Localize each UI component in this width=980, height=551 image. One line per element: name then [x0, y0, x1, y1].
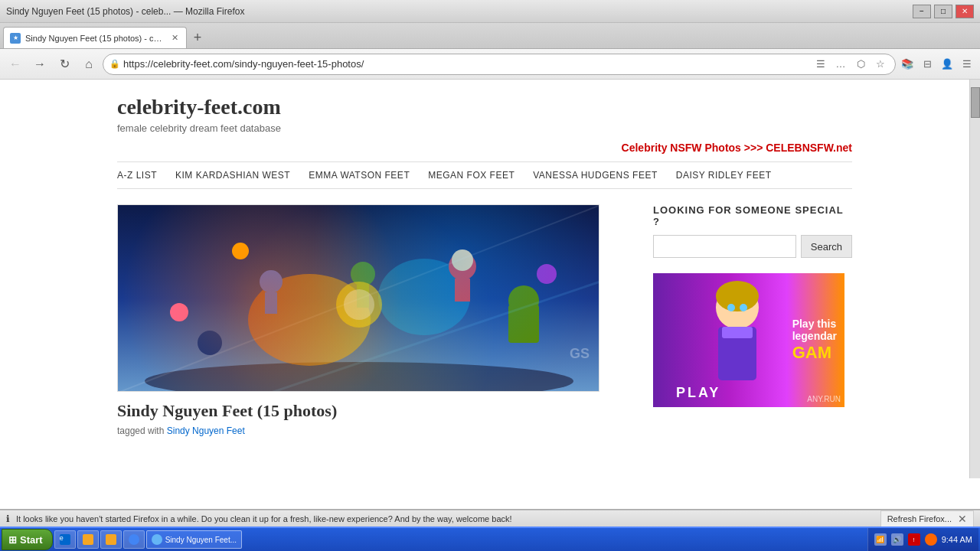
title-bar: Sindy Nguyen Feet (15 photos) - celeb...…: [0, 0, 980, 23]
site-wrapper: celebrity-feet.com female celebrity drea…: [102, 80, 867, 436]
search-input[interactable]: [653, 235, 796, 258]
tagged-label: tagged with: [117, 425, 164, 436]
window-controls: − □ ✕: [913, 5, 974, 18]
home-button[interactable]: ⌂: [78, 54, 100, 75]
sidebar: LOOKING FOR SOMEONE SPECIAL ? Search: [653, 204, 852, 436]
folder-icon: [83, 534, 93, 545]
info-icon: ℹ: [6, 514, 10, 524]
page-scroll: celebrity-feet.com female celebrity drea…: [0, 80, 980, 509]
forward-button[interactable]: →: [29, 54, 51, 75]
svg-point-25: [727, 304, 735, 311]
nav-item-emma[interactable]: EMMA WATSON FEET: [309, 170, 410, 181]
post-meta: tagged with Sindy Nguyen Feet: [117, 425, 638, 436]
status-bar: ℹ It looks like you haven't started Fire…: [0, 510, 980, 527]
ad-banner: Celebrity NSFW Photos >>> CELEBNSFW.net: [117, 142, 852, 154]
refresh-button[interactable]: ↻: [54, 54, 75, 75]
bottom-bar: ℹ It looks like you haven't started Fire…: [0, 509, 980, 527]
taskbar-firefox-button[interactable]: Sindy Nguyen Feet...: [146, 530, 242, 549]
profile-icon[interactable]: 👤: [939, 56, 956, 73]
taskbar-folder2-button[interactable]: [100, 530, 122, 549]
ad-text: Play this legendar GAM: [792, 318, 837, 364]
widget-title: LOOKING FOR SOMEONE SPECIAL ?: [653, 204, 852, 227]
nav-item-az[interactable]: A-Z LIST: [117, 170, 157, 181]
window-title: Sindy Nguyen Feet (15 photos) - celeb...…: [6, 6, 244, 17]
system-clock: 9:44 AM: [942, 535, 972, 544]
tab-title: Sindy Nguyen Feet (15 photos) - celeb...: [25, 34, 165, 43]
tray-antivirus-icon: !: [908, 533, 920, 546]
main-content: GS Sindy Nguyen Feet (15 photos) tagged …: [117, 204, 638, 436]
nav-item-daisy[interactable]: DAISY RIDLEY FEET: [676, 170, 772, 181]
svg-rect-27: [722, 327, 753, 338]
svg-point-26: [740, 304, 747, 311]
minimize-button[interactable]: −: [913, 5, 931, 18]
address-actions: ☰ … ⬡ ☆: [812, 56, 889, 73]
post-image: GS: [117, 204, 599, 392]
status-message: It looks like you haven't started Firefo…: [16, 514, 874, 523]
menu-icon[interactable]: ☰: [959, 56, 975, 73]
taskbar-chrome-button[interactable]: [123, 530, 145, 549]
system-tray: 📶 🔊 ! 9:44 AM: [867, 528, 978, 551]
nav-item-kim[interactable]: KIM KARDASHIAN WEST: [175, 170, 290, 181]
folder2-icon: [106, 534, 116, 545]
game-art-overlay: [118, 205, 599, 391]
back-button[interactable]: ←: [5, 54, 26, 75]
svg-point-24: [716, 281, 759, 311]
site-title: celebrity-feet.com: [117, 95, 852, 119]
toolbar-right: 📚 ⊟ 👤 ☰: [899, 56, 975, 73]
tab-close-button[interactable]: ✕: [169, 33, 180, 44]
refresh-close-icon[interactable]: ✕: [958, 513, 967, 525]
taskbar-folder-button[interactable]: [77, 530, 99, 549]
content-area: celebrity-feet.com female celebrity drea…: [0, 80, 980, 509]
tray-volume-icon: 🔊: [891, 533, 903, 546]
pocket-icon[interactable]: ⬡: [852, 56, 869, 73]
site-subtitle: female celebrity dream feet database: [117, 122, 852, 134]
scrollbar-thumb[interactable]: [971, 87, 980, 118]
toolbar: ← → ↻ ⌂ 🔒 ☰ … ⬡ ☆ 📚 ⊟ 👤 ☰: [0, 49, 980, 80]
ad-play-text: PLAY: [676, 385, 720, 401]
taskbar-ie-button[interactable]: e: [54, 530, 76, 549]
tray-network-icon: 📶: [874, 533, 887, 546]
search-box: Search: [653, 235, 852, 258]
site-header: celebrity-feet.com female celebrity drea…: [117, 95, 852, 134]
game-art: GS: [118, 205, 599, 391]
nav-item-vanessa[interactable]: VANESSA HUDGENS FEET: [533, 170, 657, 181]
address-input[interactable]: [123, 58, 809, 70]
firefox-icon: [152, 534, 162, 545]
tagged-link[interactable]: Sindy Nguyen Feet: [167, 425, 245, 436]
ie-icon: e: [60, 534, 70, 545]
nav-menu: A-Z LIST KIM KARDASHIAN WEST EMMA WATSON…: [117, 161, 852, 189]
chrome-icon: [129, 534, 139, 545]
sidebar-ad-widget: Play this legendar GAM PLAY ANY.RUN: [653, 273, 852, 407]
taskbar: ⊞ Start e Sindy Nguyen Feet... 📶 🔊 ! 9:4…: [0, 527, 980, 551]
nav-item-megan[interactable]: MEGAN FOX FEET: [428, 170, 514, 181]
new-tab-button[interactable]: +: [187, 27, 208, 48]
reader-mode-icon[interactable]: ☰: [812, 56, 829, 73]
maximize-button[interactable]: □: [934, 5, 952, 18]
tray-app-icon: [925, 533, 937, 546]
sidebar-toggle-icon[interactable]: ⊟: [919, 56, 936, 73]
library-icon[interactable]: 📚: [899, 56, 916, 73]
search-widget: LOOKING FOR SOMEONE SPECIAL ? Search: [653, 204, 852, 258]
close-button[interactable]: ✕: [956, 5, 974, 18]
refresh-notice[interactable]: Refresh Firefox... ✕: [880, 510, 974, 527]
post-title: Sindy Nguyen Feet (15 photos): [117, 401, 638, 421]
search-button[interactable]: Search: [801, 235, 852, 258]
address-bar: 🔒 ☰ … ⬡ ☆: [103, 54, 896, 75]
ad-brand: ANY.RUN: [807, 395, 841, 403]
star-icon[interactable]: ☆: [872, 56, 889, 73]
main-layout: GS Sindy Nguyen Feet (15 photos) tagged …: [117, 204, 852, 436]
ad-link[interactable]: Celebrity NSFW Photos >>> CELEBNSFW.net: [622, 142, 852, 154]
start-button[interactable]: ⊞ Start: [2, 529, 53, 550]
lock-icon: 🔒: [109, 59, 120, 69]
page-content: celebrity-feet.com female celebrity drea…: [0, 80, 969, 436]
refresh-button-label[interactable]: Refresh Firefox...: [887, 514, 952, 523]
tab-favicon: ★: [10, 33, 21, 44]
firefox-tab-label: Sindy Nguyen Feet...: [165, 536, 237, 544]
start-label: Start: [20, 534, 43, 546]
tab-bar: ★ Sindy Nguyen Feet (15 photos) - celeb.…: [0, 23, 980, 49]
scrollbar-right[interactable]: [969, 80, 980, 478]
sidebar-ad[interactable]: Play this legendar GAM PLAY ANY.RUN: [653, 273, 844, 407]
bookmark-icon[interactable]: …: [832, 56, 849, 73]
windows-logo: ⊞: [8, 534, 17, 546]
active-tab[interactable]: ★ Sindy Nguyen Feet (15 photos) - celeb.…: [3, 27, 187, 48]
